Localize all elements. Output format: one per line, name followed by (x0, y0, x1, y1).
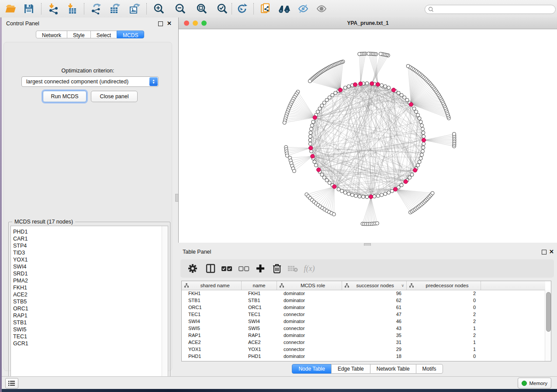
table-scrollbar-thumb[interactable] (546, 292, 551, 332)
graph-node[interactable] (308, 79, 311, 83)
mcds-result-item[interactable]: SWI4 (11, 263, 162, 270)
zoom-selected-icon[interactable] (215, 3, 229, 15)
mcds-result-item[interactable]: SRD1 (11, 270, 162, 277)
table-row[interactable]: YOX1YOX1connector291 (182, 346, 545, 353)
graph-node[interactable] (406, 64, 410, 68)
table-settings-gear-icon[interactable] (187, 263, 199, 274)
refresh-icon[interactable] (235, 3, 249, 15)
tab-network[interactable]: Network (36, 31, 67, 38)
graph-node[interactable] (347, 85, 350, 88)
mcds-result-item[interactable]: TEC1 (11, 333, 162, 340)
close-panel-icon[interactable]: ✕ (549, 248, 554, 255)
graph-hub-node[interactable] (409, 103, 413, 107)
graph-node[interactable] (375, 222, 379, 225)
graph-hub-node[interactable] (413, 168, 417, 172)
graph-node[interactable] (325, 98, 329, 102)
import-table-icon[interactable] (65, 3, 79, 15)
graph-hub-node[interactable] (391, 88, 395, 92)
graph-node[interactable] (420, 153, 424, 157)
zoom-in-icon[interactable] (152, 3, 166, 15)
graph-node[interactable] (422, 142, 426, 146)
graph-node[interactable] (416, 113, 420, 117)
select-all-icon[interactable] (221, 263, 233, 274)
graph-node[interactable] (365, 195, 369, 199)
graph-hub-node[interactable] (393, 187, 397, 191)
export-image-icon[interactable] (128, 3, 142, 15)
graph-hub-node[interactable] (309, 146, 313, 150)
graph-node[interactable] (328, 96, 331, 99)
graph-node[interactable] (418, 117, 421, 120)
graph-hub-node[interactable] (370, 82, 374, 86)
tab-select[interactable]: Select (90, 31, 117, 38)
graph-hub-node[interactable] (311, 154, 315, 158)
graph-node[interactable] (387, 86, 391, 89)
graph-node[interactable] (328, 181, 331, 185)
graph-node[interactable] (453, 132, 456, 136)
graph-node[interactable] (354, 194, 358, 198)
graph-node[interactable] (314, 164, 318, 167)
mcds-result-list[interactable]: PHD1CAR1STP4TID3YOX1SWI4SRD1PMA2FKH1ACE2… (10, 226, 168, 382)
optimization-criterion-select[interactable]: largest connected component (undirected)… (21, 76, 159, 87)
graph-node[interactable] (419, 157, 422, 160)
graph-node[interactable] (316, 110, 319, 113)
graph-node[interactable] (310, 127, 313, 131)
graph-node[interactable] (418, 160, 421, 164)
delete-column-icon[interactable] (271, 263, 283, 274)
mcds-result-item[interactable]: STP4 (11, 242, 162, 249)
graph-hub-node[interactable] (353, 83, 357, 86)
task-history-button[interactable] (5, 378, 18, 389)
graph-node[interactable] (422, 146, 425, 149)
table-row[interactable]: PHD1PHD1dominator180 (182, 353, 545, 360)
graph-hub-node[interactable] (332, 185, 336, 189)
table-row[interactable]: STB1STB1dominator620 (182, 297, 545, 304)
graph-node[interactable] (331, 93, 334, 97)
graph-node[interactable] (308, 135, 312, 138)
graph-node[interactable] (412, 107, 416, 110)
show-graphics-details-icon[interactable] (315, 3, 329, 15)
graph-node[interactable] (332, 213, 336, 216)
mcds-result-item[interactable]: PHD1 (11, 228, 162, 235)
graph-node[interactable] (347, 192, 350, 196)
graph-node[interactable] (373, 195, 376, 198)
mcds-result-item[interactable]: ORC1 (11, 305, 162, 312)
graph-node[interactable] (380, 83, 384, 87)
search-input[interactable] (436, 6, 547, 13)
graph-node[interactable] (415, 110, 418, 113)
graph-node[interactable] (334, 91, 337, 95)
graph-node[interactable] (397, 91, 400, 95)
column-header-name[interactable]: name (242, 281, 277, 290)
graph-node[interactable] (431, 192, 434, 195)
graph-node[interactable] (410, 173, 414, 176)
network-canvas[interactable] (179, 29, 557, 242)
graph-node[interactable] (422, 135, 426, 138)
tab-style[interactable]: Style (67, 31, 91, 38)
mcds-result-item[interactable]: YOX1 (11, 256, 162, 263)
graph-node[interactable] (422, 131, 425, 134)
graph-node[interactable] (283, 121, 286, 124)
graph-node[interactable] (308, 142, 312, 146)
graph-node[interactable] (337, 188, 340, 191)
save-session-icon[interactable] (22, 3, 36, 15)
graph-node[interactable] (340, 189, 344, 193)
tab-edge-table[interactable]: Edge Table (331, 364, 370, 374)
graph-node[interactable] (320, 173, 324, 176)
float-panel-icon[interactable] (542, 250, 547, 254)
table-row[interactable]: FKH1FKH1dominator962 (182, 290, 545, 297)
graph-node[interactable] (400, 183, 403, 187)
table-row[interactable]: ACE2ACE2connector311 (182, 339, 545, 346)
table-row[interactable]: ORC1ORC1dominator610 (182, 304, 545, 311)
clone-network-icon[interactable] (259, 3, 273, 15)
mcds-result-item[interactable]: GCR1 (11, 340, 162, 347)
graph-hub-node[interactable] (313, 116, 317, 120)
graph-node[interactable] (322, 101, 326, 104)
column-header-shared-name[interactable]: shared name (182, 281, 242, 290)
graph-node[interactable] (408, 176, 412, 179)
hide-graphics-details-icon[interactable] (296, 3, 310, 15)
mcds-list-scrollbar[interactable] (162, 226, 168, 381)
graph-node[interactable] (420, 124, 424, 127)
node-table[interactable]: shared namenameMCDS rolesuccessor nodes∨… (181, 281, 551, 361)
zoom-out-icon[interactable] (173, 3, 187, 15)
graph-node[interactable] (367, 52, 370, 55)
export-network-icon[interactable] (89, 3, 103, 15)
memory-button[interactable]: Memory (518, 378, 551, 389)
